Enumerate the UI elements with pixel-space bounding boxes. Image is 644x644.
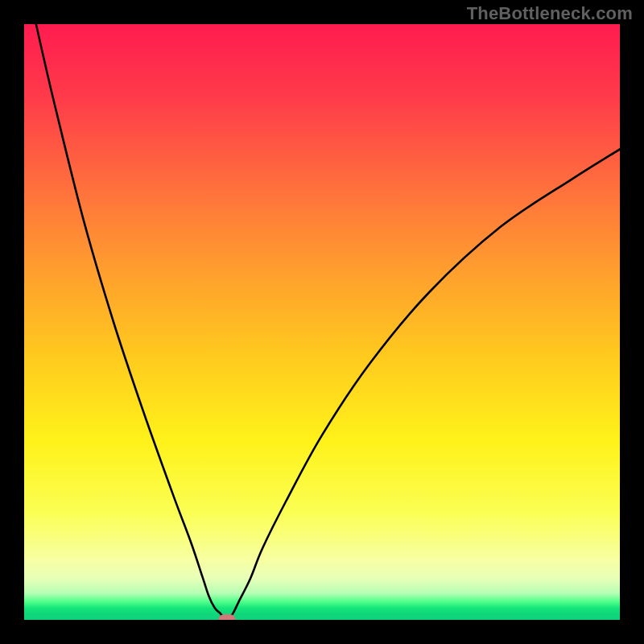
bottleneck-curve	[24, 24, 620, 620]
chart-frame: TheBottleneck.com	[0, 0, 644, 644]
curve-right-segment	[227, 149, 620, 620]
plot-area	[24, 24, 620, 620]
watermark-text: TheBottleneck.com	[467, 3, 633, 24]
curve-left-segment	[36, 24, 227, 620]
bottleneck-marker	[218, 614, 236, 620]
